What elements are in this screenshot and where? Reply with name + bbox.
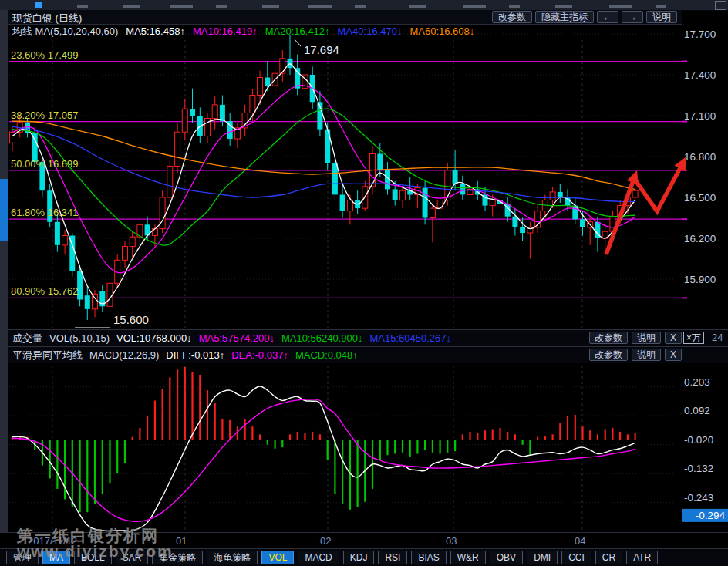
tab-集金策略[interactable]: 集金策略 bbox=[152, 551, 203, 564]
tab-ATR[interactable]: ATR bbox=[626, 551, 658, 564]
ma10-line bbox=[12, 86, 635, 273]
svg-text:50.00% 16.699: 50.00% 16.699 bbox=[11, 158, 78, 170]
ma10-value: MA10:16.419↑ bbox=[193, 25, 258, 37]
macd-value: MACD:0.048↑ bbox=[295, 349, 358, 361]
top-toolbar[interactable] bbox=[0, 0, 728, 11]
macd-chart[interactable]: 0.2030.092-0.020-0.132-0.243-0.294 bbox=[0, 363, 728, 532]
price-tick: 17.400 bbox=[684, 69, 716, 81]
macd-diff-value: DIFF:-0.013↑ bbox=[166, 349, 224, 361]
tab-BOLL[interactable]: BOLL bbox=[74, 551, 112, 564]
svg-text:-0.294: -0.294 bbox=[696, 510, 726, 521]
svg-text:38.20% 17.057: 38.20% 17.057 bbox=[11, 109, 78, 121]
month-label-03: 03 bbox=[446, 535, 457, 547]
tab-OBV[interactable]: OBV bbox=[490, 551, 523, 564]
price-tick: 16.500 bbox=[684, 192, 716, 204]
ma-params-label: 均线 MA(5,10,20,40,60) bbox=[12, 25, 118, 39]
candles-group bbox=[10, 35, 639, 320]
vol-button-group: 改参数 说明 X bbox=[589, 332, 682, 344]
date-axis: 2017/11/12 01 02 03 04 bbox=[0, 532, 728, 549]
macd-tick: -0.132 bbox=[684, 463, 713, 474]
macd-indicator-row: 平滑异同平均线 MACD(12,26,9) DIFF:-0.013↑ DEA:-… bbox=[8, 346, 728, 363]
volume-unit-label: ×万 bbox=[683, 332, 704, 344]
toolbar-item-fragment bbox=[555, 5, 572, 8]
tab-DMI[interactable]: DMI bbox=[527, 551, 558, 564]
tab-BIAS[interactable]: BIAS bbox=[411, 551, 446, 564]
toolbar-period-icon[interactable] bbox=[35, 2, 42, 8]
tab-CCI[interactable]: CCI bbox=[561, 551, 592, 564]
vol-ma15-value: MA15:60450.267↓ bbox=[369, 332, 451, 344]
month-label-01: 01 bbox=[176, 535, 187, 547]
price-tick: 16.200 bbox=[684, 233, 716, 244]
ma40-line bbox=[12, 126, 635, 201]
ma-readout-row: 均线 MA(5,10,20,40,60) MA5:16.458↑ MA10:16… bbox=[8, 24, 686, 39]
vol-close-button[interactable]: X bbox=[665, 332, 682, 344]
price-tick: 15.900 bbox=[684, 274, 716, 285]
ma20-line bbox=[12, 109, 635, 245]
volume-axis-value: 24 bbox=[712, 332, 723, 343]
indicator-tab-bar: 管理MABOLLSAR集金策略海龟策略VOLMACDKDJRSIBIASW&RO… bbox=[0, 548, 728, 566]
ma60-value: MA60:16.608↓ bbox=[410, 25, 474, 37]
change-params-button[interactable]: 改参数 bbox=[492, 11, 532, 23]
toolbar-item-fragment bbox=[509, 5, 520, 8]
title-button-group: 改参数 隐藏主指标 ← → 说明 bbox=[492, 11, 677, 23]
toolbar-item-fragment bbox=[123, 5, 140, 8]
ma5-value: MA5:16.458↑ bbox=[126, 25, 185, 37]
svg-text:23.60% 17.499: 23.60% 17.499 bbox=[11, 49, 78, 61]
help-button[interactable]: 说明 bbox=[646, 11, 677, 23]
ma20-value: MA20:16.412↑ bbox=[265, 25, 330, 37]
month-label-02: 02 bbox=[320, 535, 331, 547]
toolbar-item-fragment bbox=[656, 5, 666, 8]
toolbar-right-icon[interactable] bbox=[715, 1, 726, 10]
price-tick: 16.800 bbox=[684, 151, 716, 163]
price-axis-divider bbox=[682, 10, 682, 532]
svg-text:61.80% 16.341: 61.80% 16.341 bbox=[11, 207, 78, 218]
macd-dea-line bbox=[12, 399, 635, 521]
arrow-left-button[interactable]: ← bbox=[597, 11, 618, 23]
tab-CR[interactable]: CR bbox=[595, 551, 622, 564]
hide-main-indicator-button[interactable]: 隐藏主指标 bbox=[535, 11, 594, 23]
tab-MACD[interactable]: MACD bbox=[298, 551, 339, 564]
toolbar-item-fragment bbox=[262, 5, 279, 8]
high-annotation: 17.694 bbox=[304, 43, 339, 56]
date-start-label: 2017/11/12 bbox=[28, 535, 77, 547]
macd-name-label: 平滑异同平均线 bbox=[12, 349, 83, 362]
tab-W&R[interactable]: W&R bbox=[450, 551, 486, 564]
macd-tick: 0.203 bbox=[684, 376, 710, 388]
vol-name-label: 成交量 bbox=[12, 332, 42, 345]
vol-params-label: VOL(5,10,15) bbox=[49, 332, 110, 344]
month-label-04: 04 bbox=[575, 535, 585, 547]
fib-retracement-lines bbox=[9, 61, 687, 299]
macd-tick: -0.020 bbox=[684, 434, 713, 446]
tab-KDJ[interactable]: KDJ bbox=[343, 551, 375, 564]
tab-管理[interactable]: 管理 bbox=[6, 551, 39, 564]
tab-海龟策略[interactable]: 海龟策略 bbox=[207, 551, 258, 564]
toolbar-item-fragment bbox=[308, 5, 332, 8]
toolbar-item-fragment bbox=[609, 5, 632, 8]
vol-ma5-value: MA5:57574.200↓ bbox=[199, 332, 275, 344]
macd-params-label: MACD(12,26,9) bbox=[89, 349, 159, 361]
price-tick: 17.700 bbox=[684, 29, 716, 40]
vol-help-button[interactable]: 说明 bbox=[632, 332, 661, 344]
macd-change-params-button[interactable]: 改参数 bbox=[589, 349, 628, 361]
tab-MA[interactable]: MA bbox=[42, 551, 70, 564]
vol-value: VOL:10768.000↓ bbox=[116, 332, 192, 344]
tab-SAR[interactable]: SAR bbox=[116, 551, 149, 564]
price-tick: 17.100 bbox=[684, 110, 716, 122]
macd-tick: -0.243 bbox=[684, 492, 713, 504]
arrow-right-button[interactable]: → bbox=[622, 11, 643, 23]
ma40-value: MA40:16.470↓ bbox=[338, 25, 403, 37]
macd-button-group: 改参数 说明 X bbox=[589, 349, 682, 361]
chart-title-bar: 现货白银 (日线) 改参数 隐藏主指标 ← → 说明 bbox=[8, 10, 682, 25]
candlestick-chart[interactable]: 23.60% 17.49938.20% 17.05750.00% 16.6996… bbox=[0, 25, 728, 329]
ma60-line bbox=[12, 121, 635, 189]
macd-dea-value: DEA:-0.037↑ bbox=[231, 349, 288, 361]
macd-close-button[interactable]: X bbox=[665, 349, 682, 361]
toolbar-item-fragment bbox=[409, 5, 426, 8]
vol-ma10-value: MA10:56240.900↓ bbox=[281, 332, 363, 344]
tab-RSI[interactable]: RSI bbox=[378, 551, 407, 564]
macd-help-button[interactable]: 说明 bbox=[632, 349, 661, 361]
toolbar-item-fragment bbox=[355, 5, 366, 8]
vol-change-params-button[interactable]: 改参数 bbox=[589, 332, 628, 344]
macd-tick: 0.092 bbox=[684, 405, 710, 416]
tab-VOL[interactable]: VOL bbox=[261, 551, 294, 564]
